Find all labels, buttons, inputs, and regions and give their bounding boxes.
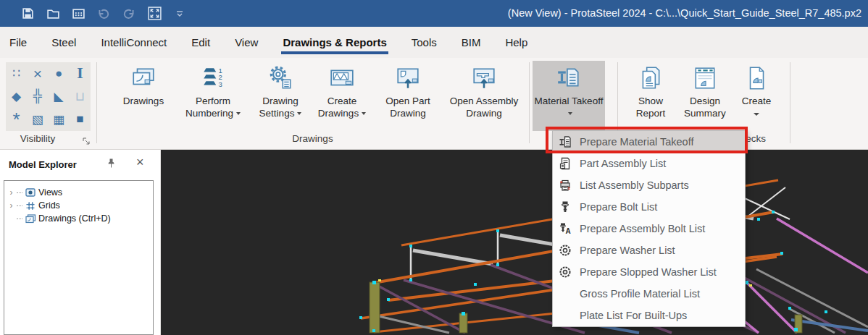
- protasteel-window: (New View) - ProtaSteel 2024 - C:\...\Qu…: [0, 0, 868, 335]
- ribbon-button-show-report[interactable]: Show Report: [625, 61, 677, 132]
- visibility-icon-grid: ∷ × ● I ◆ ╬ ◣ ⊔ * ▧ ▦ ■: [6, 62, 91, 131]
- tab-view[interactable]: View: [235, 27, 258, 58]
- ribbon-button-open-part-drawing[interactable]: Open Part Drawing: [377, 61, 439, 132]
- tab-bim[interactable]: BIM: [462, 27, 481, 58]
- redo-icon: [122, 7, 136, 21]
- ribbon-button-create-drawings[interactable]: Create Drawings: [310, 61, 374, 132]
- chevron-down-icon: [754, 113, 759, 116]
- grid-axes-icon[interactable]: ∷: [6, 62, 27, 85]
- menu-item-prepare-slopped-washer-list[interactable]: Prepare Slopped Washer List: [553, 261, 745, 283]
- grids-icon: [25, 200, 36, 211]
- menu-item-prepare-bolt-list[interactable]: Prepare Bolt List: [553, 196, 745, 218]
- model-explorer-header: Model Explorer ×: [0, 150, 160, 180]
- ribbon-button-label: Perform Numbering: [178, 96, 248, 120]
- menu-item-label: Prepare Assembly Bolt List: [580, 223, 705, 234]
- menu-item-label: Prepare Washer List: [580, 245, 675, 256]
- menu-item-part-assembly-list[interactable]: Part Assembly List: [553, 153, 745, 174]
- angle-icon[interactable]: ◣: [49, 85, 70, 109]
- zoom-fit-icon: [147, 6, 162, 21]
- tab-tools[interactable]: Tools: [412, 27, 437, 58]
- tab-help[interactable]: Help: [505, 27, 527, 58]
- ribbon-button-label: Material Takeoff: [533, 96, 605, 120]
- title-bar: (New View) - ProtaSteel 2024 - C:\...\Qu…: [0, 0, 868, 27]
- undo-button[interactable]: [96, 6, 112, 22]
- open-project-button[interactable]: [70, 6, 86, 22]
- close-icon[interactable]: ×: [136, 155, 144, 169]
- visibility-group-label: Visibility: [0, 133, 75, 144]
- group-separator: [529, 62, 530, 143]
- hide-icon[interactable]: ×: [27, 62, 48, 85]
- ribbon-button-label: Drawing Settings: [252, 96, 309, 120]
- open-assembly-drawing-icon: [471, 64, 497, 92]
- create-drawings-icon: [329, 64, 355, 92]
- solid-cube-icon[interactable]: ■: [70, 108, 91, 131]
- menu-item-prepare-assembly-bolt-list[interactable]: A Prepare Assembly Bolt List: [553, 218, 745, 239]
- tree-item-grids[interactable]: › Grids: [4, 199, 153, 212]
- bolt-a-icon: A: [559, 222, 572, 235]
- expander-icon[interactable]: ›: [8, 187, 14, 198]
- window-icon[interactable]: ▦: [49, 108, 70, 131]
- tab-intelliconnect[interactable]: IntelliConnect: [101, 27, 167, 58]
- ribbon-button-material-takeoff[interactable]: Material Takeoff: [533, 61, 605, 131]
- menu-item-prepare-material-takeoff[interactable]: Prepare Material Takeoff: [553, 131, 745, 153]
- menu-item-plate-list-for-built-ups[interactable]: Plate List For Built-Ups: [553, 305, 745, 326]
- tab-file[interactable]: File: [9, 27, 27, 58]
- i-beam-icon[interactable]: I: [70, 62, 91, 85]
- tab-drawings-reports[interactable]: Drawings & Reports: [283, 27, 386, 58]
- menu-bar: File Steel IntelliConnect Edit View Draw…: [0, 27, 868, 58]
- undo-icon: [96, 7, 111, 21]
- ribbon-button-design-summary[interactable]: Design Summary: [678, 61, 732, 132]
- menu-item-gross-profile-material-list[interactable]: Gross Profile Material List: [553, 283, 745, 305]
- material-takeoff-dropdown-menu: Prepare Material Takeoff Part Assembly L…: [552, 130, 746, 327]
- washer-icon: [559, 244, 572, 257]
- drawings-small-icon: [25, 213, 36, 224]
- show-report-icon: [638, 64, 664, 92]
- tab-edit[interactable]: Edit: [191, 27, 210, 58]
- ribbon-button-drawings[interactable]: Drawings: [114, 61, 172, 132]
- channel-icon[interactable]: ⊔: [70, 85, 91, 109]
- slab-icon[interactable]: ◆: [6, 85, 27, 109]
- redo-button[interactable]: [121, 6, 137, 22]
- visibility-dialog-launcher[interactable]: [83, 135, 91, 148]
- tab-steel[interactable]: Steel: [51, 27, 76, 58]
- expander-icon[interactable]: ›: [8, 200, 14, 211]
- drawings-group-label: Drawings: [96, 133, 529, 144]
- menu-item-list-assembly-subparts[interactable]: List Assembly Subparts: [553, 174, 745, 196]
- ribbon-button-perform-numbering[interactable]: 123 Perform Numbering: [178, 61, 248, 132]
- svg-text:A: A: [566, 227, 571, 235]
- no-icon: [559, 287, 572, 300]
- ribbon-button-label: Create: [742, 96, 772, 108]
- zoom-fit-button[interactable]: [146, 6, 162, 22]
- assembly-doc-icon: [559, 157, 572, 170]
- save-button[interactable]: [20, 6, 36, 22]
- ribbon-button-drawing-settings[interactable]: Drawing Settings: [252, 61, 309, 132]
- viewport-3d[interactable]: [161, 150, 868, 335]
- design-summary-icon: [692, 64, 718, 92]
- menu-item-label: List Assembly Subparts: [580, 179, 689, 191]
- menu-item-prepare-washer-list[interactable]: Prepare Washer List: [553, 239, 745, 261]
- ribbon-button-open-assembly-drawing[interactable]: Open Assembly Drawing: [442, 61, 526, 132]
- anchor-icon[interactable]: *: [6, 108, 27, 131]
- model-explorer-panel: Model Explorer × › Views › Grids Drawing…: [0, 150, 161, 335]
- tree-item-label: Drawings (Ctrl+D): [38, 213, 111, 224]
- tree-item-views[interactable]: › Views: [4, 186, 153, 199]
- group-separator: [96, 62, 97, 143]
- toolbar-options-button[interactable]: [172, 6, 188, 22]
- sphere-icon[interactable]: ●: [49, 62, 70, 85]
- material-takeoff-doc-icon: [559, 135, 572, 148]
- open-model-button[interactable]: [45, 6, 61, 22]
- ribbon-button-label: Open Part Drawing: [377, 96, 439, 120]
- ribbon-button-create[interactable]: Create: [735, 61, 778, 132]
- window-title: (New View) - ProtaSteel 2024 - C:\...\Qu…: [508, 0, 861, 27]
- viewport-3d-model: [161, 150, 868, 335]
- open-folder-icon: [46, 7, 60, 20]
- ribbon-button-label: Create Drawings: [310, 96, 374, 120]
- column-icon[interactable]: ╬: [27, 85, 48, 109]
- selection-icon[interactable]: ▧: [27, 108, 48, 131]
- no-icon: [559, 309, 572, 322]
- pin-icon[interactable]: [106, 158, 117, 171]
- menu-item-label: Gross Profile Material List: [580, 288, 700, 300]
- tree-item-drawings[interactable]: Drawings (Ctrl+D): [4, 212, 153, 225]
- tree-item-label: Grids: [38, 200, 60, 211]
- views-icon: [25, 187, 36, 198]
